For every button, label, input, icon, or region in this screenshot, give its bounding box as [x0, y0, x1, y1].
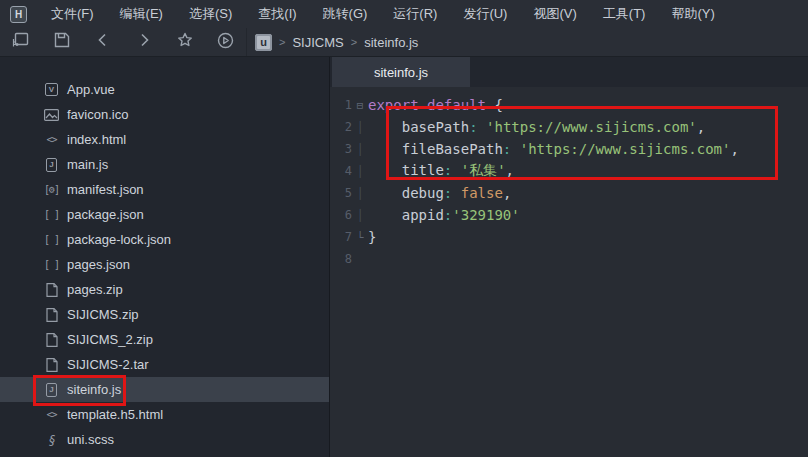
code-line-5[interactable]: 5│ debug: false, [330, 182, 808, 204]
forward-button[interactable] [123, 28, 164, 56]
save-button[interactable] [41, 28, 82, 56]
menu-item-5[interactable]: 跳转(G) [310, 0, 381, 28]
code-text: export default { [368, 97, 503, 113]
file-item-favicon-ico[interactable]: favicon.ico [0, 102, 329, 127]
js-file-icon: J [46, 158, 57, 172]
file-item-main-js[interactable]: Jmain.js [0, 152, 329, 177]
file-name: main.js [67, 157, 108, 172]
html-file-icon: <> [46, 134, 56, 145]
code-line-6[interactable]: 6│ appid:'329190' [330, 204, 808, 226]
menu-item-4[interactable]: 查找(I) [245, 0, 309, 28]
file-name: manifest.json [67, 182, 144, 197]
star-icon [177, 32, 193, 52]
line-number: 1 [330, 98, 352, 112]
fold-guide: │ [352, 165, 368, 178]
vue-file-icon: V [45, 83, 58, 96]
code-editor[interactable]: 1⊟export default {2│ basePath: 'https://… [330, 87, 808, 270]
menu-item-6[interactable]: 运行(R) [380, 0, 450, 28]
file-item-sijicms-2-tar[interactable]: SIJICMS-2.tar [0, 352, 329, 377]
file-name: template.h5.html [67, 407, 163, 422]
code-line-7[interactable]: 7└} [330, 226, 808, 248]
breadcrumb-project[interactable]: SIJICMS [292, 35, 343, 50]
breadcrumb-file[interactable]: siteinfo.js [364, 35, 418, 50]
code-line-2[interactable]: 2│ basePath: 'https://www.sijicms.com', [330, 116, 808, 138]
file-item-pages-zip[interactable]: pages.zip [0, 277, 329, 302]
line-number: 8 [330, 252, 352, 266]
fold-guide: │ [352, 187, 368, 200]
run-button[interactable] [205, 28, 246, 56]
chevron-right-icon: > [279, 36, 285, 48]
manifest-json-icon: [⚙] [44, 184, 59, 195]
file-icon [46, 358, 58, 372]
code-text: debug: false, [368, 185, 511, 201]
file-icon [46, 333, 58, 347]
file-item-manifest-json[interactable]: [⚙]manifest.json [0, 177, 329, 202]
menu-item-8[interactable]: 视图(V) [520, 0, 589, 28]
html-file-icon: <> [46, 409, 56, 420]
file-name: favicon.ico [67, 107, 128, 122]
line-number: 7 [330, 230, 352, 244]
file-name: SIJICMS_2.zip [67, 332, 153, 347]
file-item-sijicms-2-zip[interactable]: SIJICMS_2.zip [0, 327, 329, 352]
file-item-sijicms-zip[interactable]: SIJICMS.zip [0, 302, 329, 327]
file-item-template-h5-html[interactable]: <>template.h5.html [0, 402, 329, 427]
file-item-index-html[interactable]: <>index.html [0, 127, 329, 152]
star-button[interactable] [164, 28, 205, 56]
file-item-package-json[interactable]: [ ]package.json [0, 202, 329, 227]
line-number: 3 [330, 142, 352, 156]
scss-file-icon: § [48, 433, 54, 447]
menu-item-10[interactable]: 帮助(Y) [658, 0, 727, 28]
json-file-icon: [ ] [44, 234, 59, 245]
menu-item-1[interactable]: 文件(F) [38, 0, 107, 28]
fold-toggle-icon[interactable]: ⊟ [352, 99, 368, 112]
new-file-icon [12, 32, 29, 52]
run-icon [217, 32, 234, 53]
file-name: package.json [67, 207, 144, 222]
file-name: App.vue [67, 82, 115, 97]
file-item-package-lock-json[interactable]: [ ]package-lock.json [0, 227, 329, 252]
breadcrumb: u > SIJICMS > siteinfo.js [246, 28, 808, 56]
file-name: SIJICMS-2.tar [67, 357, 149, 372]
fold-guide: │ [352, 143, 368, 156]
new-file-button[interactable] [0, 28, 41, 56]
line-number: 5 [330, 186, 352, 200]
line-number: 4 [330, 164, 352, 178]
menu-item-2[interactable]: 编辑(E) [107, 0, 176, 28]
file-item-uni-scss[interactable]: §uni.scss [0, 427, 329, 452]
save-icon [54, 32, 70, 52]
file-explorer: VApp.vuefavicon.ico<>index.htmlJmain.js[… [0, 57, 330, 457]
file-name: pages.json [67, 257, 130, 272]
menu-bar: H 文件(F)编辑(E)选择(S)查找(I)跳转(G)运行(R)发行(U)视图(… [0, 0, 808, 28]
back-icon [96, 33, 110, 51]
menu-item-9[interactable]: 工具(T) [590, 0, 659, 28]
code-line-1[interactable]: 1⊟export default { [330, 94, 808, 116]
json-file-icon: [ ] [44, 209, 59, 220]
json-file-icon: [ ] [44, 259, 59, 270]
tab-siteinfo-js[interactable]: siteinfo.js [332, 57, 470, 87]
fold-guide: │ [352, 209, 368, 222]
line-number: 2 [330, 120, 352, 134]
menu-item-7[interactable]: 发行(U) [450, 0, 520, 28]
editor-tab-bar: siteinfo.js [330, 57, 808, 87]
code-text: basePath: 'https://www.sijicms.com', [368, 119, 705, 135]
menu-item-3[interactable]: 选择(S) [176, 0, 245, 28]
code-text: fileBasePath: 'https://www.sijicms.com', [368, 141, 739, 157]
file-name: siteinfo.js [67, 382, 121, 397]
editor-pane: siteinfo.js 1⊟export default {2│ basePat… [330, 57, 808, 457]
image-file-icon [44, 109, 59, 121]
back-button[interactable] [82, 28, 123, 56]
file-name: index.html [67, 132, 126, 147]
file-item-app-vue[interactable]: VApp.vue [0, 77, 329, 102]
code-text: } [368, 229, 376, 245]
code-line-8[interactable]: 8 [330, 248, 808, 270]
code-text: appid:'329190' [368, 207, 520, 223]
code-line-3[interactable]: 3│ fileBasePath: 'https://www.sijicms.co… [330, 138, 808, 160]
file-item-siteinfo-js[interactable]: Jsiteinfo.js [0, 377, 329, 402]
file-name: SIJICMS.zip [67, 307, 139, 322]
forward-icon [137, 33, 151, 51]
file-name: uni.scss [67, 432, 114, 447]
code-line-4[interactable]: 4│ title: '私集', [330, 160, 808, 182]
file-item-pages-json[interactable]: [ ]pages.json [0, 252, 329, 277]
js-file-icon: J [46, 383, 57, 397]
fold-guide: │ [352, 121, 368, 134]
